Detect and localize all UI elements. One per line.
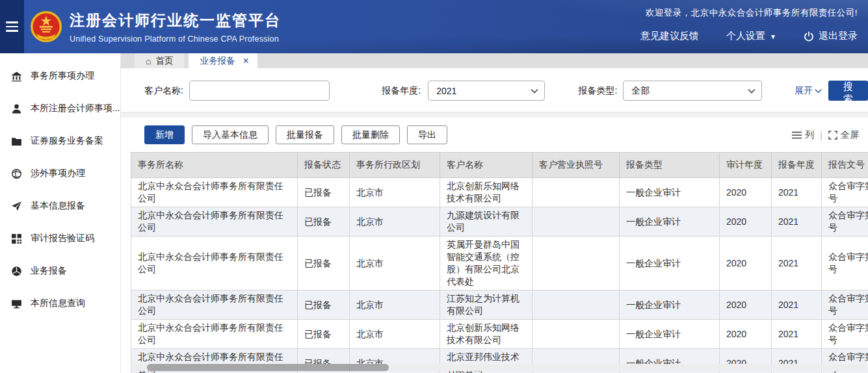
table-row[interactable]: 北京中永众合会计师事务所有限责任公司已报备北京市北京创新乐知网络技术有限公司一般…	[131, 320, 868, 349]
app-title: 注册会计师行业统一监管平台	[70, 10, 281, 31]
sidebar-item-audit-report-code[interactable]: 审计报告验证码	[0, 222, 120, 255]
sidebar-item-business-report[interactable]: 业务报备	[0, 255, 120, 287]
divider: |	[820, 130, 822, 140]
report-year-label: 报备年度:	[382, 85, 421, 97]
column-header: 报备状态	[298, 153, 350, 178]
table-row[interactable]: 北京中永众合会计师事务所有限责任公司已报备北京市北京创新乐知网络技术有限公司一般…	[131, 178, 868, 207]
table-row[interactable]: 北京中永众合会计师事务所有限责任公司已报备北京市英属开曼群岛中国智能交通系统（控…	[131, 237, 868, 290]
column-header: 报备类型	[620, 153, 720, 178]
table-cell: 众合审字第124号	[822, 290, 868, 320]
table-cell: 北京创新乐知网络技术有限公司	[440, 320, 533, 349]
column-header: 报备年度	[772, 153, 822, 178]
sidebar-item-firm-matters[interactable]: 事务所事项办理	[0, 60, 120, 92]
table-cell: 一般企业审计	[620, 237, 720, 290]
import-basic-info-button[interactable]: 导入基本信息	[192, 125, 269, 144]
table-cell: 众合审字第123号	[822, 320, 868, 349]
table-cell: 已报备	[298, 178, 350, 207]
table-cell: 2020	[720, 207, 772, 237]
search-button[interactable]: 搜索	[828, 81, 868, 101]
table-cell: 2021	[772, 178, 822, 207]
table-cell	[533, 320, 620, 349]
panel-divider	[121, 112, 868, 118]
home-icon: ⌂	[146, 56, 151, 66]
table-cell: 2020	[720, 178, 772, 207]
filter-panel: 客户名称: 报备年度: 2021 报备类型: 全部 展开 搜索	[121, 68, 868, 112]
table-cell: 北京中永众合会计师事务所有限责任公司	[131, 237, 298, 290]
table-cell: 北京中永众合会计师事务所有限责任公司	[131, 290, 298, 320]
app-subtitle: Unified Supervision Platform of Chinese …	[70, 34, 281, 44]
scrollbar-thumb[interactable]	[147, 364, 389, 371]
column-header: 报告文号	[822, 153, 868, 178]
table-cell	[533, 290, 620, 320]
sphere-icon	[11, 266, 22, 277]
export-button[interactable]: 导出	[407, 125, 447, 144]
sidebar-item-cpa-matters[interactable]: 本所注册会计师事项...	[0, 92, 120, 125]
table-row[interactable]: 北京中永众合会计师事务所有限责任公司已报备北京市江苏知之为计算机有限公司一般企业…	[131, 290, 868, 320]
column-header: 事务所行政区划	[350, 153, 440, 178]
sidebar-item-firm-info-query[interactable]: 本所信息查询	[0, 287, 120, 320]
table-cell: 众合审字第133号	[822, 178, 868, 207]
table-body: 北京中永众合会计师事务所有限责任公司已报备北京市北京创新乐知网络技术有限公司一般…	[131, 178, 868, 373]
hamburger-menu-button[interactable]	[0, 0, 24, 53]
customer-name-label: 客户名称:	[144, 85, 183, 97]
logout-link[interactable]: 退出登录	[804, 30, 858, 42]
folder-icon	[11, 136, 22, 147]
horizontal-scrollbar[interactable]	[130, 364, 867, 371]
table-cell: 北京市	[350, 178, 440, 207]
table-cell: 已报备	[298, 237, 350, 290]
table-cell: 已报备	[298, 207, 350, 237]
sidebar-item-basic-info-report[interactable]: 基本信息报备	[0, 190, 120, 222]
fullscreen-toggle[interactable]: 全屏	[828, 129, 859, 141]
customer-name-input[interactable]	[189, 81, 330, 101]
sidebar-item-foreign-matters[interactable]: 涉外事项办理	[0, 157, 120, 190]
table-cell: 2021	[772, 290, 822, 320]
table-cell: 英属开曼群岛中国智能交通系统（控股）有限公司北京代表处	[440, 237, 533, 290]
table-cell: 已报备	[298, 290, 350, 320]
batch-delete-button[interactable]: 批量删除	[341, 125, 400, 144]
table-cell: 2021	[772, 320, 822, 349]
table-cell: 已报备	[298, 320, 350, 349]
chevron-down-icon: ▼	[770, 33, 776, 40]
table-row[interactable]: 北京中永众合会计师事务所有限责任公司已报备北京市九源建筑设计有限公司一般企业审计…	[131, 207, 868, 237]
table-cell: 一般企业审计	[620, 320, 720, 349]
batch-report-button[interactable]: 批量报备	[276, 125, 334, 144]
brand: 注册会计师行业统一监管平台 Unified Supervision Platfo…	[24, 0, 281, 53]
column-header: 审计年度	[720, 153, 772, 178]
data-table: 事务所名称报备状态事务所行政区划客户名称客户营业执照号报备类型审计年度报备年度报…	[131, 152, 868, 373]
column-header: 客户名称	[440, 153, 533, 178]
add-button[interactable]: 新增	[144, 125, 185, 144]
tab-home[interactable]: ⌂ 首页	[135, 53, 184, 68]
data-table-container: 事务所名称报备状态事务所行政区划客户名称客户营业执照号报备类型审计年度报备年度报…	[121, 152, 868, 373]
tab-business-report[interactable]: 业务报备 ×	[189, 53, 257, 68]
table-cell: 一般企业审计	[620, 207, 720, 237]
close-icon[interactable]: ×	[243, 56, 248, 66]
table-cell: 九源建筑设计有限公司	[440, 207, 533, 237]
chevron-down-icon	[531, 88, 538, 94]
table-cell	[533, 207, 620, 237]
table-cell: 2020	[720, 320, 772, 349]
feedback-link[interactable]: 意见建议反馈	[640, 30, 699, 42]
chevron-down-icon	[815, 88, 822, 94]
table-cell: 2020	[720, 290, 772, 320]
sidebar-item-securities-filing[interactable]: 证券服务业务备案	[0, 125, 120, 157]
table-cell: 北京中永众合会计师事务所有限责任公司	[131, 207, 298, 237]
table-cell: 北京创新乐知网络技术有限公司	[440, 178, 533, 207]
table-cell	[533, 237, 620, 290]
column-header: 事务所名称	[131, 153, 298, 178]
columns-toggle[interactable]: 列	[792, 129, 814, 141]
column-header: 客户营业执照号	[533, 153, 620, 178]
expand-filters-link[interactable]: 展开	[795, 85, 822, 97]
chevron-down-icon	[748, 88, 756, 94]
table-cell: 江苏知之为计算机有限公司	[440, 290, 533, 320]
personal-settings-link[interactable]: 个人设置 ▼	[726, 30, 776, 42]
table-cell	[533, 178, 620, 207]
report-type-select[interactable]: 全部	[623, 81, 762, 101]
app-header: 注册会计师行业统一监管平台 Unified Supervision Platfo…	[0, 0, 868, 53]
user-icon	[11, 103, 22, 114]
report-year-select[interactable]: 2021	[428, 81, 544, 101]
table-cell: 众合审字第126号	[822, 237, 868, 290]
monitor-icon	[11, 298, 22, 309]
table-cell: 一般企业审计	[620, 178, 720, 207]
table-cell: 2021	[772, 237, 822, 290]
power-icon	[804, 31, 814, 42]
